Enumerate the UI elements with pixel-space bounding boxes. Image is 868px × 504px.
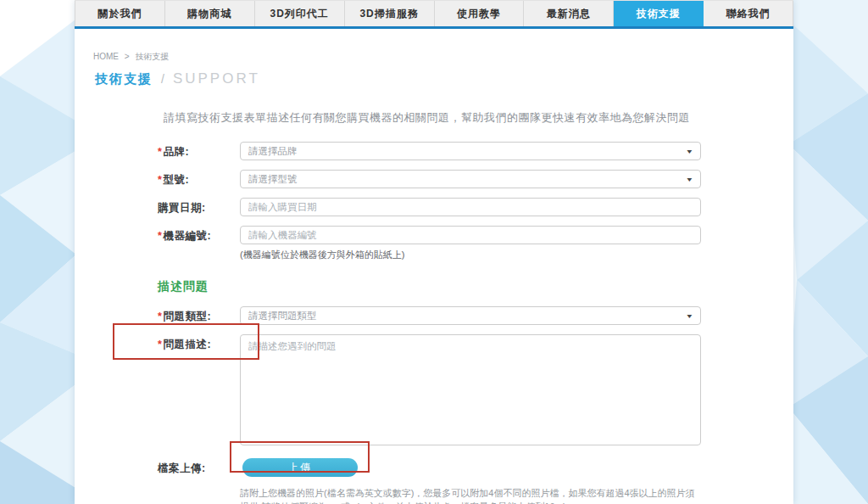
nav-tab-label: 使用教學 (457, 7, 501, 21)
form-row-model: *型號: 請選擇型號 ▼ (158, 170, 793, 188)
nav-tab-3d-scanning[interactable]: 3D掃描服務 (345, 1, 435, 26)
nav-tab-label: 3D列印代工 (270, 7, 329, 21)
nav-tab-label: 最新消息 (547, 7, 591, 21)
serial-hint: (機器編號位於機器後方與外箱的貼紙上) (240, 249, 701, 261)
breadcrumb: HOME > 技術支援 (93, 51, 793, 63)
nav-underline (75, 26, 793, 29)
page-title-zh: 技術支援 (95, 71, 153, 87)
issue-type-select-value: 請選擇問題類型 (248, 310, 317, 322)
brand-select[interactable]: 請選擇品牌 ▼ (240, 142, 701, 160)
nav-tab-label: 3D掃描服務 (359, 7, 418, 21)
nav-tab-label: 技術支援 (637, 7, 681, 21)
form-row-issue-type: *問題類型: 請選擇問題類型 ▼ (158, 306, 793, 325)
purchase-date-label: 購買日期: (158, 198, 240, 216)
issue-desc-textarea[interactable] (240, 334, 701, 445)
serial-input[interactable] (240, 226, 701, 244)
model-select[interactable]: 請選擇型號 ▼ (240, 170, 701, 188)
dropdown-arrow-icon: ▼ (686, 176, 694, 182)
nav-tab-news[interactable]: 最新消息 (524, 1, 614, 26)
required-mark: * (158, 230, 162, 242)
nav-tab-label: 聯絡我們 (726, 7, 771, 21)
nav-tab-about[interactable]: 關於我們 (75, 1, 165, 26)
nav-tab-shop[interactable]: 購物商城 (165, 1, 255, 26)
nav-tab-support[interactable]: 技術支援 (614, 1, 704, 26)
purchase-date-input[interactable] (240, 198, 701, 216)
nav-tab-label: 關於我們 (97, 7, 142, 21)
content-column: 關於我們 購物商城 3D列印代工 3D掃描服務 使用教學 最新消息 技術支援 聯… (75, 0, 793, 504)
model-label: *型號: (158, 170, 240, 188)
model-select-value: 請選擇型號 (248, 173, 298, 186)
form-row-brand: *品牌: 請選擇品牌 ▼ (158, 142, 793, 160)
page-title: 技術支援 / SUPPORT (95, 70, 793, 87)
page-title-en: SUPPORT (173, 70, 260, 87)
required-mark: * (158, 311, 162, 322)
nav-tab-3d-printing[interactable]: 3D列印代工 (255, 1, 345, 26)
section-title-describe-issue: 描述問題 (158, 279, 793, 294)
issue-type-select[interactable]: 請選擇問題類型 ▼ (240, 306, 701, 325)
annotation-box-issue-desc (113, 323, 259, 360)
brand-select-value: 請選擇品牌 (248, 145, 298, 158)
page-title-divider: / (161, 72, 164, 86)
required-mark: * (158, 146, 162, 158)
upload-note: 請附上您機器的照片(檔名需為英文或數字)，您最多可以附加4個不同的照片檔，如果您… (240, 486, 698, 504)
nav-tab-contact[interactable]: 聯絡我們 (704, 1, 793, 26)
breadcrumb-current: 技術支援 (135, 52, 169, 61)
form-row-serial: *機器編號: (機器編號位於機器後方與外箱的貼紙上) (158, 226, 793, 261)
upload-label: 檔案上傳: (158, 458, 240, 476)
nav-tab-label: 購物商城 (187, 7, 231, 21)
dropdown-arrow-icon: ▼ (686, 313, 694, 319)
serial-label: *機器編號: (158, 226, 240, 244)
serial-label-text: 機器編號: (163, 230, 211, 242)
breadcrumb-home-link[interactable]: HOME (93, 52, 119, 61)
annotation-box-upload (230, 441, 370, 473)
dropdown-arrow-icon: ▼ (686, 148, 694, 154)
intro-text: 請填寫技術支援表單描述任何有關您購買機器的相關問題，幫助我們的團隊更快速有效率地… (164, 110, 793, 126)
upload-label-text: 檔案上傳: (158, 462, 206, 474)
model-label-text: 型號: (163, 174, 189, 186)
nav-tab-tutorials[interactable]: 使用教學 (435, 1, 525, 26)
issue-type-label: *問題類型: (158, 306, 240, 324)
breadcrumb-separator: > (125, 52, 130, 61)
required-mark: * (158, 174, 162, 186)
form-row-purchase-date: 購買日期: (158, 198, 793, 216)
brand-label: *品牌: (158, 142, 240, 160)
brand-label-text: 品牌: (163, 146, 189, 158)
main-nav: 關於我們 購物商城 3D列印代工 3D掃描服務 使用教學 最新消息 技術支援 聯… (75, 0, 793, 26)
purchase-date-label-text: 購買日期: (158, 202, 206, 214)
issue-type-label-text: 問題類型: (163, 311, 211, 322)
